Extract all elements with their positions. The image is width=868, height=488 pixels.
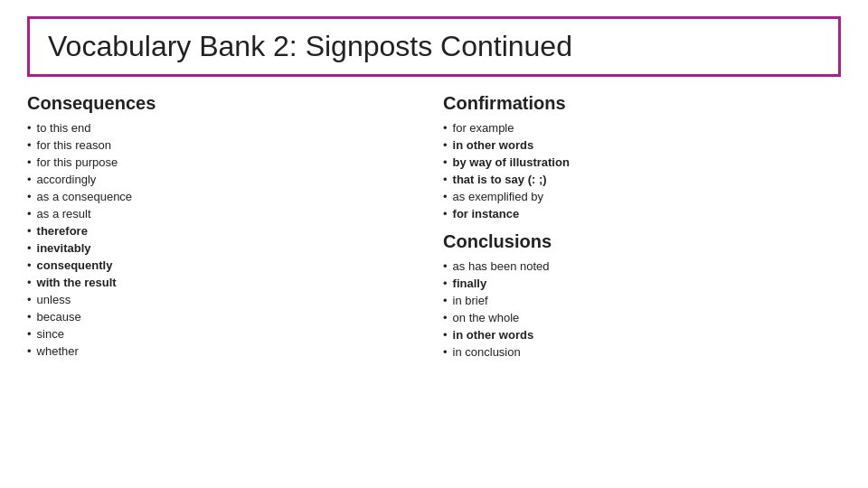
- list-item: as a result: [27, 205, 416, 222]
- list-item: unless: [27, 291, 416, 308]
- list-item: in other words: [443, 326, 841, 343]
- list-item: inevitably: [27, 239, 416, 257]
- list-item: since: [27, 325, 416, 343]
- list-item: to this end: [27, 119, 416, 136]
- list-item: whether: [27, 343, 416, 360]
- list-item: in other words: [443, 136, 841, 154]
- page-title: Vocabulary Bank 2: Signposts Continued: [48, 30, 572, 62]
- list-item: that is to say (: ;): [443, 171, 841, 188]
- list-item: accordingly: [27, 171, 416, 188]
- right-column: Confirmations for examplein other wordsb…: [434, 93, 841, 472]
- list-item: as a consequence: [27, 188, 416, 205]
- list-item: as exemplified by: [443, 188, 841, 205]
- list-item: as has been noted: [443, 258, 841, 275]
- consequences-section: Consequences to this endfor this reasonf…: [27, 93, 434, 472]
- confirmations-list: for examplein other wordsby way of illus…: [443, 119, 841, 222]
- conclusions-list: as has been notedfinallyin briefon the w…: [443, 258, 841, 361]
- conclusions-heading: Conclusions: [443, 231, 841, 252]
- list-item: with the result: [27, 274, 416, 291]
- title-box: Vocabulary Bank 2: Signposts Continued: [27, 16, 841, 77]
- list-item: in brief: [443, 292, 841, 309]
- list-item: consequently: [27, 257, 416, 274]
- list-item: by way of illustration: [443, 154, 841, 171]
- content-area: Consequences to this endfor this reasonf…: [27, 93, 841, 472]
- list-item: for this reason: [27, 136, 416, 154]
- list-item: for this purpose: [27, 154, 416, 171]
- list-item: therefore: [27, 222, 416, 239]
- list-item: in conclusion: [443, 343, 841, 361]
- list-item: for instance: [443, 205, 841, 222]
- consequences-heading: Consequences: [27, 93, 416, 114]
- list-item: finally: [443, 275, 841, 292]
- list-item: on the whole: [443, 309, 841, 326]
- page: Vocabulary Bank 2: Signposts Continued C…: [0, 0, 868, 488]
- list-item: for example: [443, 119, 841, 136]
- list-item: because: [27, 308, 416, 325]
- confirmations-heading: Confirmations: [443, 93, 841, 114]
- consequences-list: to this endfor this reasonfor this purpo…: [27, 119, 416, 360]
